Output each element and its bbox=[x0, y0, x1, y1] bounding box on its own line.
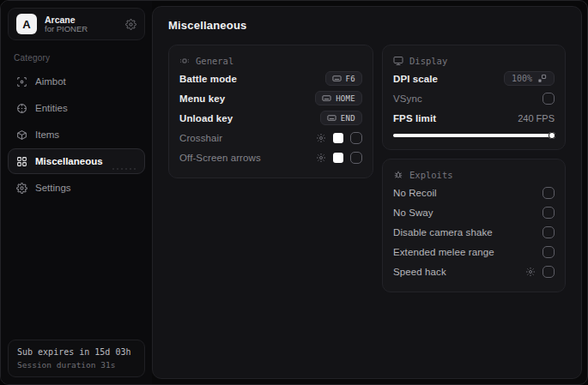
keyboard-icon bbox=[327, 113, 336, 123]
sidebar-item-label: Entities bbox=[35, 103, 68, 113]
speed-hack-settings-gear-icon[interactable] bbox=[525, 267, 536, 277]
keyboard-icon bbox=[332, 74, 342, 83]
sidebar-item-label: Miscellaneous bbox=[35, 156, 103, 166]
display-header: Display bbox=[409, 56, 447, 66]
package-icon bbox=[16, 129, 27, 141]
sidebar-item-aimbot[interactable]: Aimbot bbox=[8, 69, 145, 94]
general-card: General Battle mode F6 Menu key H bbox=[168, 45, 373, 178]
sidebar-item-settings[interactable]: Settings bbox=[8, 175, 145, 201]
setting-row-vsync: VSync bbox=[393, 88, 555, 108]
category-label: Category bbox=[14, 53, 139, 63]
fps-slider-knob[interactable] bbox=[549, 132, 555, 139]
subscription-info-card: Sub expires in 15d 03h Session duration … bbox=[8, 340, 145, 377]
exploits-card: Exploits No Recoil No Sway Disable camer… bbox=[382, 159, 566, 292]
app-window: A Arcane for PIONER Category Aimbot bbox=[0, 0, 588, 385]
no-recoil-checkbox[interactable] bbox=[543, 187, 555, 199]
session-duration-text: Session duration 31s bbox=[17, 360, 136, 370]
setting-row-crosshair: Crosshair bbox=[179, 128, 362, 147]
speed-hack-label: Speed hack bbox=[393, 267, 446, 277]
offscreen-arrows-checkbox[interactable] bbox=[350, 152, 362, 164]
setting-row-extended-melee-range: Extended melee range bbox=[393, 242, 555, 262]
sub-expiry-text: Sub expires in 15d 03h bbox=[17, 347, 136, 357]
dpi-scale-label: DPI scale bbox=[393, 74, 438, 84]
setting-row-no-recoil: No Recoil bbox=[393, 183, 555, 202]
battle-mode-label: Battle mode bbox=[179, 74, 237, 84]
extended-melee-range-checkbox[interactable] bbox=[543, 246, 555, 258]
display-card: Display DPI scale 100% VSync bbox=[382, 45, 566, 150]
setting-row-battle-mode: Battle mode F6 bbox=[179, 69, 362, 88]
keycap-icon bbox=[179, 56, 190, 66]
setting-row-disable-camera-shake: Disable camera shake bbox=[393, 222, 555, 242]
setting-row-dpi-scale: DPI scale 100% bbox=[393, 69, 555, 88]
setting-row-no-sway: No Sway bbox=[393, 202, 555, 222]
dpi-scale-select[interactable]: 100% bbox=[504, 71, 555, 86]
setting-row-offscreen-arrows: Off-Screen arrows bbox=[179, 147, 362, 167]
sidebar-item-miscellaneous[interactable]: Miscellaneous bbox=[8, 148, 145, 174]
menu-key-keybind[interactable]: HOME bbox=[315, 91, 362, 105]
extended-melee-range-label: Extended melee range bbox=[393, 247, 494, 257]
disable-camera-shake-label: Disable camera shake bbox=[393, 227, 493, 238]
fps-limit-label: FPS limit bbox=[393, 113, 436, 123]
brand-card: A Arcane for PIONER bbox=[8, 8, 145, 40]
radar-icon bbox=[16, 103, 27, 114]
battle-mode-keybind[interactable]: F6 bbox=[325, 71, 362, 86]
grid-icon bbox=[16, 156, 27, 167]
crosshair-settings-gear-icon[interactable] bbox=[316, 133, 326, 143]
brand-gear-icon[interactable] bbox=[125, 19, 136, 30]
offscreen-arrows-settings-gear-icon[interactable] bbox=[316, 153, 326, 163]
no-recoil-label: No Recoil bbox=[393, 188, 437, 198]
offscreen-arrows-label: Off-Screen arrows bbox=[179, 153, 261, 163]
no-sway-label: No Sway bbox=[393, 208, 433, 218]
sidebar-item-label: Items bbox=[35, 129, 59, 140]
disable-camera-shake-checkbox[interactable] bbox=[543, 226, 555, 238]
sidebar-nav: Aimbot Entities Items Miscellaneous bbox=[8, 69, 145, 201]
menu-key-label: Menu key bbox=[179, 93, 225, 104]
unload-key-label: Unload key bbox=[179, 113, 233, 123]
fps-limit-value: 240 FPS bbox=[518, 113, 555, 123]
active-item-dots bbox=[112, 168, 136, 170]
crosshair-checkbox[interactable] bbox=[350, 132, 362, 144]
crosshair-label: Crosshair bbox=[179, 133, 222, 143]
no-sway-checkbox[interactable] bbox=[543, 207, 555, 219]
keyboard-icon bbox=[322, 93, 331, 103]
general-header: General bbox=[196, 56, 233, 66]
setting-row-speed-hack: Speed hack bbox=[393, 262, 555, 281]
sidebar: A Arcane for PIONER Category Aimbot bbox=[1, 1, 152, 384]
offscreen-arrows-color-swatch[interactable] bbox=[333, 153, 343, 163]
page-title: Miscellaneous bbox=[168, 19, 566, 32]
unload-key-keybind[interactable]: END bbox=[320, 111, 362, 125]
setting-row-unload-key: Unload key END bbox=[179, 108, 362, 128]
sidebar-item-label: Settings bbox=[35, 183, 71, 193]
sidebar-item-label: Aimbot bbox=[35, 76, 66, 87]
sidebar-item-items[interactable]: Items bbox=[8, 122, 145, 147]
sidebar-item-entities[interactable]: Entities bbox=[8, 95, 145, 121]
vsync-checkbox[interactable] bbox=[543, 93, 555, 105]
app-name: Arcane bbox=[45, 15, 88, 25]
speed-hack-checkbox[interactable] bbox=[543, 266, 555, 278]
vsync-label: VSync bbox=[393, 93, 422, 104]
setting-row-menu-key: Menu key HOME bbox=[179, 88, 362, 108]
setting-row-fps-limit: FPS limit 240 FPS bbox=[393, 108, 555, 128]
main-panel: Miscellaneous General Battle mode bbox=[152, 6, 582, 379]
gear-icon bbox=[16, 183, 27, 194]
crosshair-color-swatch[interactable] bbox=[333, 133, 343, 143]
app-logo: A bbox=[16, 14, 37, 34]
monitor-icon bbox=[393, 56, 403, 66]
bug-icon bbox=[393, 170, 403, 180]
crosshair-scan-icon bbox=[16, 76, 27, 87]
fps-limit-slider[interactable] bbox=[393, 134, 555, 137]
scale-icon bbox=[537, 74, 547, 83]
app-subtitle: for PIONER bbox=[45, 25, 88, 34]
exploits-header: Exploits bbox=[409, 170, 453, 180]
